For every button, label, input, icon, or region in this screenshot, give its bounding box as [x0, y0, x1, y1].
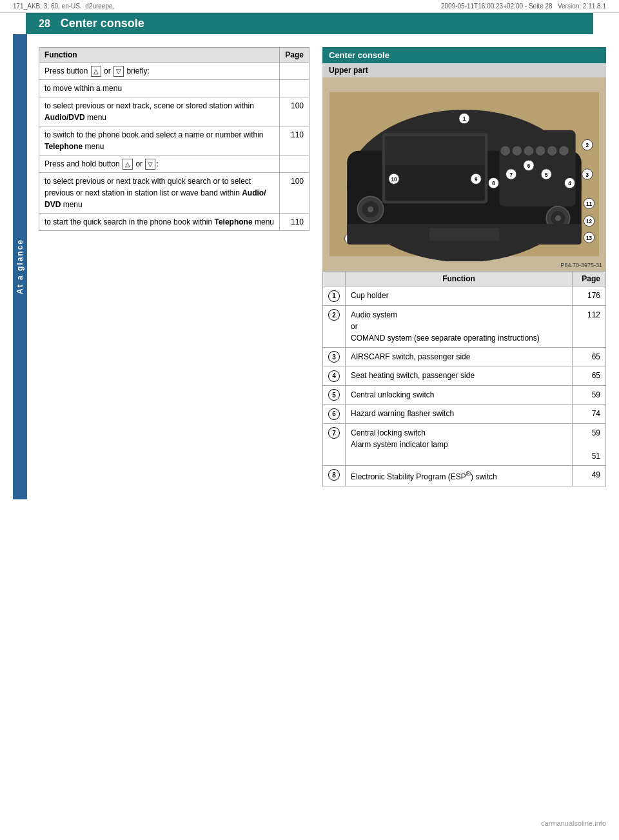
table-row: 2 Audio systemorCOMAND system (see separ… [323, 305, 606, 347]
row-page: 74 [573, 405, 606, 424]
right-col-page: Page [573, 272, 606, 286]
row-page: 176 [573, 286, 606, 306]
upper-part-header: Upper part [322, 63, 606, 77]
row-num: 5 [323, 385, 346, 405]
table-row: Press button △ or ▽ briefly: [39, 63, 310, 80]
table-row: to select previous or next track with qu… [39, 173, 310, 214]
row-page: 5951 [573, 423, 606, 465]
watermark: carmanualsoline.info [541, 819, 606, 827]
circle-3: 3 [328, 351, 340, 363]
row-page: 65 [573, 347, 606, 366]
svg-point-47 [555, 215, 561, 221]
page-title: Center console [61, 17, 144, 30]
svg-text:6: 6 [527, 163, 531, 169]
side-tab-label: At a glance [15, 239, 25, 294]
page-header: 28 Center console [26, 13, 593, 34]
table-row: to start the quick search in the phone b… [39, 214, 310, 231]
row-page: 49 [573, 465, 606, 486]
row-num: 8 [323, 465, 346, 486]
btn-down: ▽ [113, 66, 124, 77]
svg-point-44 [368, 206, 373, 212]
row-function: Cup holder [346, 286, 573, 306]
svg-text:9: 9 [475, 177, 478, 183]
table-row: 6 Hazard warning flasher switch 74 [323, 405, 606, 424]
circle-2: 2 [328, 309, 340, 321]
left-section: Function Page Press button △ or ▽ briefl… [39, 47, 310, 486]
circle-6: 6 [328, 408, 340, 420]
table-cell-function: to move within a menu [39, 80, 280, 97]
table-cell-function: to start the quick search in the phone b… [39, 214, 280, 231]
table-row: 4 Seat heating switch, passenger side 65 [323, 366, 606, 386]
left-col-page: Page [280, 48, 310, 63]
svg-point-39 [536, 146, 545, 155]
svg-text:10: 10 [391, 177, 397, 183]
table-row: 8 Electronic Stability Program (ESP®) sw… [323, 465, 606, 486]
svg-text:7: 7 [509, 172, 513, 178]
table-cell-page: 100 [280, 173, 310, 214]
center-console-header: Center console [322, 47, 606, 63]
circle-1: 1 [328, 290, 340, 302]
table-row: 1 Cup holder 176 [323, 286, 606, 306]
left-function-table: Function Page Press button △ or ▽ briefl… [39, 47, 310, 231]
table-cell-function: Press and hold button △ or ▽: [39, 155, 280, 173]
table-cell-page: 110 [280, 126, 310, 155]
watermark-text: carmanualsoline.info [541, 819, 606, 827]
svg-point-41 [559, 146, 569, 155]
table-row: Press and hold button △ or ▽: [39, 155, 310, 173]
svg-point-36 [500, 146, 510, 155]
table-row: 5 Central unlocking switch 59 [323, 385, 606, 405]
right-section: Center console Upper part 1 [322, 47, 606, 486]
row-function: Audio systemorCOMAND system (see separat… [346, 305, 573, 347]
svg-rect-6 [500, 130, 576, 206]
svg-rect-49 [429, 228, 499, 241]
row-num: 2 [323, 305, 346, 347]
meta-right: 2009-05-11T16:00:23+02:00 - Seite 28 Ver… [441, 3, 606, 10]
row-function: Electronic Stability Program (ESP®) swit… [346, 465, 573, 486]
row-num: 4 [323, 366, 346, 386]
table-cell-function: to select previous or next track with qu… [39, 173, 280, 214]
svg-text:11: 11 [586, 201, 593, 207]
circle-7: 7 [328, 427, 340, 439]
row-function: Hazard warning flasher switch [346, 405, 573, 424]
row-function: Central locking switch Alarm system indi… [346, 423, 573, 465]
table-row: 3 AIRSCARF switch, passenger side 65 [323, 347, 606, 366]
table-cell-function: to switch to the phone book and select a… [39, 126, 280, 155]
row-num: 6 [323, 405, 346, 424]
right-col-function: Function [346, 272, 573, 286]
row-num: 7 [323, 423, 346, 465]
svg-text:2: 2 [586, 143, 589, 148]
table-cell-function: to select previous or next track, scene … [39, 97, 280, 126]
table-row: to switch to the phone book and select a… [39, 126, 310, 155]
circle-8: 8 [328, 469, 340, 481]
image-credit: P64.70-3975-31 [560, 262, 602, 268]
page-number: 28 [39, 18, 50, 30]
row-num: 3 [323, 347, 346, 366]
car-dashboard-image: 1 2 3 4 5 6 7 [322, 77, 606, 271]
svg-point-37 [513, 146, 522, 155]
side-tab: At a glance [13, 34, 27, 499]
table-cell-function: Press button △ or ▽ briefly: [39, 63, 280, 80]
table-cell-page [280, 63, 310, 80]
table-cell-page [280, 155, 310, 173]
svg-rect-5 [385, 136, 484, 165]
row-page: 112 [573, 305, 606, 347]
svg-point-40 [547, 146, 557, 155]
table-cell-page: 100 [280, 97, 310, 126]
btn-up: △ [91, 66, 101, 77]
row-page: 59 [573, 385, 606, 405]
row-page: 65 [573, 366, 606, 386]
svg-text:8: 8 [492, 181, 495, 186]
table-row: to move within a menu [39, 80, 310, 97]
svg-text:5: 5 [545, 172, 548, 178]
table-cell-page [280, 80, 310, 97]
row-function: Seat heating switch, passenger side [346, 366, 573, 386]
table-cell-page: 110 [280, 214, 310, 231]
left-col-function: Function [39, 48, 280, 63]
svg-text:3: 3 [586, 172, 589, 178]
table-row: to select previous or next track, scene … [39, 97, 310, 126]
circle-5: 5 [328, 389, 340, 401]
row-function: AIRSCARF switch, passenger side [346, 347, 573, 366]
row-function: Central unlocking switch [346, 385, 573, 405]
svg-text:13: 13 [586, 235, 593, 241]
row-num: 1 [323, 286, 346, 306]
